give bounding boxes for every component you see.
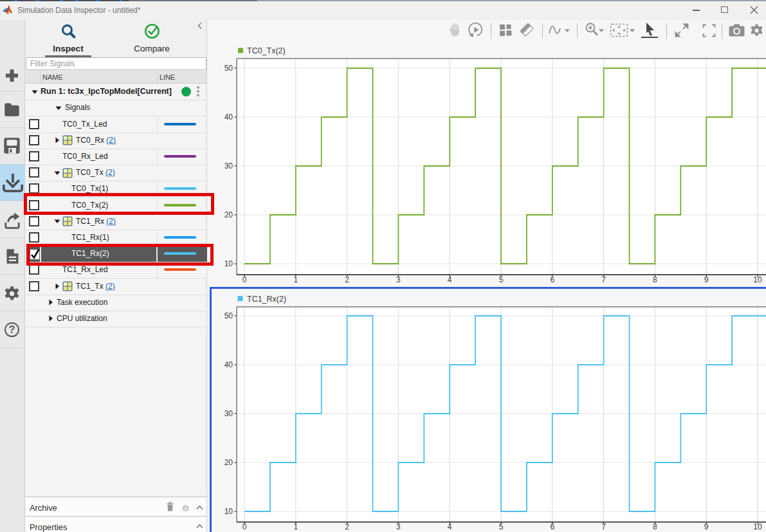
svg-text:8: 8 — [653, 275, 657, 284]
svg-text:6: 6 — [550, 275, 554, 284]
svg-text:?: ? — [9, 324, 15, 335]
svg-text:5: 5 — [499, 275, 504, 284]
svg-text:1: 1 — [293, 275, 298, 284]
svg-text:30: 30 — [224, 161, 233, 170]
svg-text:3: 3 — [396, 275, 401, 284]
svg-text:7: 7 — [601, 275, 606, 284]
svg-text:TC0_Tx(2): TC0_Tx(2) — [247, 46, 286, 55]
svg-text:20: 20 — [224, 210, 233, 219]
svg-text:10: 10 — [753, 275, 762, 284]
svg-text:10: 10 — [224, 259, 233, 268]
svg-text:50: 50 — [224, 64, 233, 73]
svg-text:4: 4 — [448, 275, 452, 284]
svg-text:0: 0 — [242, 275, 247, 284]
svg-text:9: 9 — [704, 275, 709, 284]
svg-text:2: 2 — [345, 275, 349, 284]
svg-text:40: 40 — [224, 113, 233, 122]
